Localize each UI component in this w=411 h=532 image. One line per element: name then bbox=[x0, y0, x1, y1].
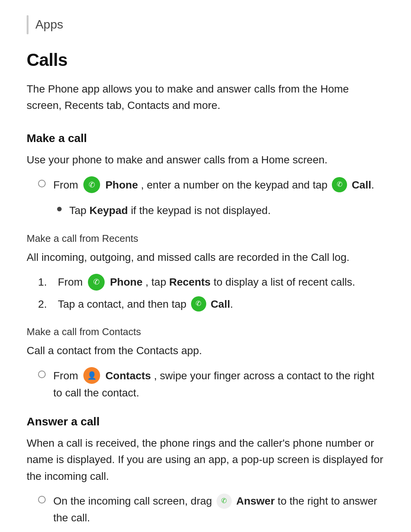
make-a-call-bullet-list: From ✆ Phone , enter a number on the key… bbox=[38, 177, 384, 194]
make-a-call-recents-section: Make a call from Recents All incoming, o… bbox=[27, 233, 384, 313]
circle-bullet-icon-3 bbox=[38, 496, 46, 503]
answer-bullet-list: On the incoming call screen, drag ✆ Answ… bbox=[38, 493, 384, 526]
recents-numbered-list: 1. From ✆ Phone , tap Recents to display… bbox=[38, 274, 384, 312]
answer-call-icon: ✆ bbox=[217, 494, 232, 509]
contacts-body: Call a contact from the Contacts app. bbox=[27, 342, 384, 359]
contacts-app-icon: 👤 bbox=[83, 367, 100, 384]
list-item: 2. Tap a contact, and then tap ✆ Call. bbox=[38, 296, 384, 313]
answer-a-call-body: When a call is received, the phone rings… bbox=[27, 435, 384, 484]
recents-step2-text: Tap a contact, and then tap ✆ Call. bbox=[58, 296, 233, 313]
dot-bullet-icon bbox=[57, 207, 62, 211]
answer-bullet-text: On the incoming call screen, drag ✆ Answ… bbox=[53, 493, 384, 526]
bullet1-text: From ✆ Phone , enter a number on the key… bbox=[53, 177, 374, 194]
page-title: Calls bbox=[27, 50, 384, 70]
contacts-bullet-list: From 👤 Contacts , swipe your finger acro… bbox=[38, 367, 384, 401]
make-a-call-contacts-section: Make a call from Contacts Call a contact… bbox=[27, 326, 384, 401]
breadcrumb-label: Apps bbox=[35, 15, 63, 34]
recents-body: All incoming, outgoing, and missed calls… bbox=[27, 249, 384, 265]
recents-step1-text: From ✆ Phone , tap Recents to display a … bbox=[58, 274, 355, 291]
list-item: From ✆ Phone , enter a number on the key… bbox=[38, 177, 384, 194]
phone-app-icon: ✆ bbox=[83, 176, 100, 193]
list-item: On the incoming call screen, drag ✆ Answ… bbox=[38, 493, 384, 526]
contacts-heading: Make a call from Contacts bbox=[27, 326, 384, 338]
sub-bullet-list: Tap Keypad if the keypad is not displaye… bbox=[57, 202, 384, 219]
contacts-bullet-text: From 👤 Contacts , swipe your finger acro… bbox=[53, 367, 384, 401]
list-item: Tap Keypad if the keypad is not displaye… bbox=[57, 202, 384, 219]
intro-text: The Phone app allows you to make and ans… bbox=[27, 81, 384, 114]
circle-bullet-icon-2 bbox=[38, 371, 46, 378]
list-item: From 👤 Contacts , swipe your finger acro… bbox=[38, 367, 384, 401]
circle-bullet-icon bbox=[38, 180, 46, 187]
answer-a-call-heading: Answer a call bbox=[27, 415, 384, 428]
call-icon-2: ✆ bbox=[191, 296, 206, 312]
sub-bullet-text: Tap Keypad if the keypad is not displaye… bbox=[69, 202, 271, 219]
answer-a-call-section: Answer a call When a call is received, t… bbox=[27, 415, 384, 532]
list-item: 1. From ✆ Phone , tap Recents to display… bbox=[38, 274, 384, 291]
breadcrumb-bar bbox=[27, 15, 29, 34]
make-a-call-section: Make a call Use your phone to make and a… bbox=[27, 132, 384, 219]
phone-app-icon-2: ✆ bbox=[88, 274, 105, 291]
recents-heading: Make a call from Recents bbox=[27, 233, 384, 244]
make-a-call-body: Use your phone to make and answer calls … bbox=[27, 152, 384, 168]
call-icon: ✆ bbox=[332, 177, 347, 192]
make-a-call-heading: Make a call bbox=[27, 132, 384, 145]
breadcrumb: Apps bbox=[27, 15, 384, 34]
